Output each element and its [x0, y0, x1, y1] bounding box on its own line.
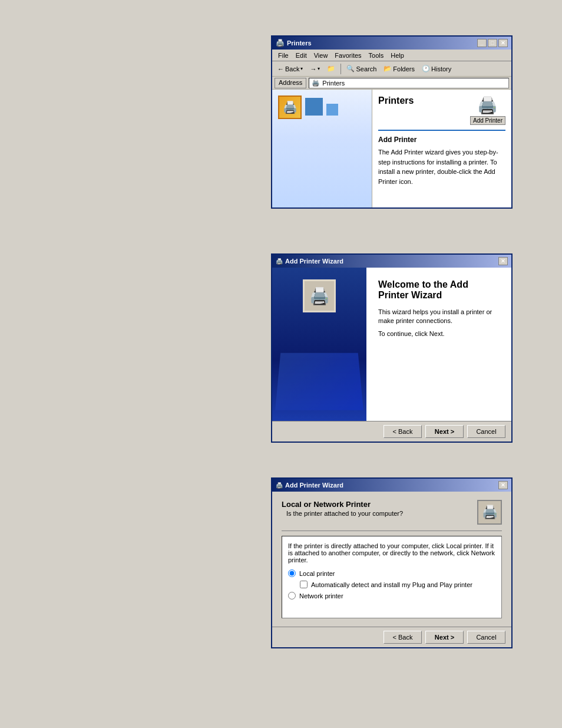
auto-detect-checkbox[interactable]: [300, 581, 308, 588]
close-button[interactable]: ✕: [498, 39, 508, 47]
wizard1-cancel-button[interactable]: Cancel: [467, 425, 505, 438]
wizard1-footer: < Back Next > Cancel: [272, 421, 511, 442]
forward-button[interactable]: → ▾: [307, 62, 323, 75]
wizard2-body: Local or Network Printer Is the printer …: [272, 492, 511, 627]
address-icon: 🖨️: [312, 79, 320, 87]
folders-label: Folders: [393, 65, 415, 73]
minimize-button[interactable]: _: [477, 39, 487, 47]
wizard1-desc2: To continue, click Next.: [378, 330, 500, 338]
address-text: Printers: [322, 80, 345, 87]
add-printer-icon: 🖨️: [477, 95, 498, 115]
forward-dropdown-icon: ▾: [318, 66, 320, 71]
step-divider: [282, 531, 502, 531]
wizard-printer-icon: 🖨️: [303, 279, 336, 312]
panel-decorations: 🖨️: [278, 95, 366, 119]
printers-heading: Printers: [378, 95, 414, 106]
wizard2-title: Add Printer Wizard: [285, 482, 343, 489]
folders-icon: 📂: [384, 65, 392, 73]
printers-window-title: Printers: [287, 39, 312, 47]
search-icon: 🔍: [346, 65, 355, 73]
search-button[interactable]: 🔍 Search: [343, 62, 379, 75]
wizard1-left-panel: 🖨️: [272, 268, 366, 421]
menu-tools[interactable]: Tools: [365, 51, 388, 60]
wizard1-back-button[interactable]: < Back: [384, 425, 422, 438]
menu-view[interactable]: View: [310, 51, 332, 60]
step-header: Local or Network Printer Is the printer …: [282, 500, 502, 525]
wizard2-close-button[interactable]: ✕: [498, 481, 508, 489]
forward-arrow-icon: →: [310, 65, 316, 73]
network-printer-option[interactable]: Network printer: [288, 592, 495, 599]
address-bar: Address 🖨️ Printers: [272, 77, 511, 90]
wizard2-cancel-button[interactable]: Cancel: [467, 631, 505, 644]
title-bar-buttons: _ □ ✕: [477, 39, 508, 47]
history-icon: 🕐: [422, 65, 430, 73]
step-instruction: If the printer is directly attached to y…: [288, 542, 495, 564]
back-button[interactable]: ← Back ▾: [275, 62, 306, 75]
up-icon: 📁: [327, 65, 335, 73]
wizard2-next-button[interactable]: Next >: [425, 631, 464, 644]
local-printer-radio[interactable]: [288, 569, 296, 577]
wizard2-title-buttons: ✕: [498, 481, 508, 489]
left-panel: 🖨️: [272, 90, 372, 207]
wizard1-icon: 🖨️: [276, 258, 283, 265]
section-title: Add Printer: [378, 136, 505, 144]
wizard2-title-bar: 🖨️ Add Printer Wizard ✕: [272, 479, 511, 492]
back-dropdown-icon: ▾: [300, 66, 303, 71]
back-label: Back: [285, 65, 299, 73]
step-body: If the printer is directly attached to y…: [282, 536, 502, 618]
wizard1-next-button[interactable]: Next >: [425, 425, 464, 438]
search-label: Search: [356, 65, 376, 73]
add-printer-icon-box[interactable]: 🖨️ Add Printer: [470, 95, 505, 125]
address-value[interactable]: 🖨️ Printers: [309, 78, 509, 88]
description-text: The Add Printer wizard gives you step-by…: [378, 147, 505, 186]
back-arrow-icon: ←: [277, 65, 284, 73]
menu-favorites[interactable]: Favorites: [331, 51, 365, 60]
toolbar: ← Back ▾ → ▾ 📁 🔍 Search 📂 Folders 🕐 Hist…: [272, 61, 511, 77]
address-label: Address: [275, 78, 306, 88]
wizard2-footer: < Back Next > Cancel: [272, 627, 511, 647]
wizard2-back-button[interactable]: < Back: [384, 631, 422, 644]
network-printer-label: Network printer: [299, 592, 343, 599]
wizard1-close-button[interactable]: ✕: [498, 257, 508, 265]
menu-bar: File Edit View Favorites Tools Help: [272, 50, 511, 61]
printers-window-icon: 🖨️: [276, 39, 285, 47]
blue-small-icon: [326, 104, 338, 116]
wizard2-window: 🖨️ Add Printer Wizard ✕ Local or Network…: [271, 477, 513, 648]
menu-edit[interactable]: Edit: [292, 51, 310, 60]
wizard1-right-content: Welcome to the Add Printer Wizard This w…: [366, 268, 511, 421]
step-printer-icon: 🖨️: [482, 505, 498, 520]
folders-button[interactable]: 📂 Folders: [381, 62, 418, 75]
step-subtitle: Is the printer attached to your computer…: [286, 510, 403, 517]
step-icon-box: 🖨️: [477, 500, 502, 525]
wizard1-body: 🖨️ Welcome to the Add Printer Wizard Thi…: [272, 268, 511, 421]
step-title: Local or Network Printer: [282, 500, 403, 509]
network-printer-radio[interactable]: [288, 592, 296, 599]
printers-window: 🖨️ Printers _ □ ✕ File Edit View Favorit…: [271, 35, 513, 209]
wizard1-desc1: This wizard helps you install a printer …: [378, 308, 500, 326]
step-title-area: Local or Network Printer Is the printer …: [282, 500, 403, 517]
printers-heading-area: Printers: [378, 95, 414, 106]
menu-help[interactable]: Help: [387, 51, 408, 60]
maximize-button[interactable]: □: [488, 39, 497, 47]
history-label: History: [431, 65, 451, 73]
right-panel: Printers 🖨️ Add Printer Add Printer The …: [372, 90, 511, 207]
printers-title-bar: 🖨️ Printers _ □ ✕: [272, 37, 511, 50]
printer-icon-box: 🖨️: [278, 95, 302, 119]
blue-square-icon: [305, 98, 323, 116]
menu-file[interactable]: File: [275, 51, 292, 60]
local-printer-label: Local printer: [299, 570, 335, 577]
auto-detect-option[interactable]: Automatically detect and install my Plug…: [300, 581, 495, 588]
add-printer-label: Add Printer: [470, 116, 505, 125]
local-printer-option[interactable]: Local printer: [288, 569, 495, 577]
top-icons-row: Printers 🖨️ Add Printer: [378, 95, 505, 131]
wizard1-window: 🖨️ Add Printer Wizard ✕ 🖨️ Welcome to th…: [271, 253, 513, 443]
auto-detect-label: Automatically detect and install my Plug…: [311, 581, 472, 588]
content-area: 🖨️ Printers 🖨️ Add Printer Add Printer T…: [272, 90, 511, 207]
history-button[interactable]: 🕐 History: [419, 62, 454, 75]
wizard1-title: Add Printer Wizard: [285, 258, 343, 265]
toolbar-separator-1: [340, 64, 341, 74]
up-button[interactable]: 📁: [324, 62, 338, 75]
wizard2-icon: 🖨️: [276, 482, 283, 489]
wizard1-title-buttons: ✕: [498, 257, 508, 265]
printer-icon-large: 🖨️: [283, 100, 297, 114]
